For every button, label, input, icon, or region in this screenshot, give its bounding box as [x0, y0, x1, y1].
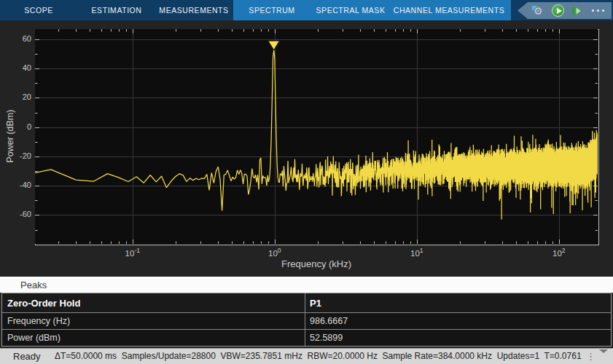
status-stats-text: ΔT=50.0000 ms Samples/Update=28800 VBW=2…	[55, 349, 582, 364]
play-button[interactable]	[552, 4, 564, 17]
y-tick-label: -60	[0, 210, 31, 219]
peaks-table: Zero-Order Hold P1 Frequency (Hz) 986.66…	[1, 293, 612, 347]
x-tick-label: 100	[268, 247, 281, 258]
tab-measurements[interactable]: MEASUREMENTS	[159, 0, 228, 20]
peaks-table-row-frequency: Frequency (Hz) 986.6667	[2, 313, 611, 330]
status-ready-text: Ready	[13, 349, 41, 364]
x-axis-label: Frequency (kHz)	[281, 258, 351, 269]
tab-spectrum[interactable]: SPECTRUM	[249, 0, 294, 20]
peaks-panel-header[interactable]: Peaks	[0, 277, 613, 293]
dock-panel-icon[interactable]	[599, 353, 609, 364]
y-tick-label: 20	[0, 92, 31, 102]
tab-spectral-mask[interactable]: SPECTRAL MASK	[316, 0, 386, 20]
tab-scope[interactable]: SCOPE	[24, 0, 53, 20]
x-tick-label: 101	[410, 247, 423, 258]
playback-controls-panel: ⚙	[518, 2, 612, 19]
power-row-label: Power (dBm)	[2, 330, 305, 346]
frequency-row-value: 986.6667	[305, 313, 611, 329]
more-options-button[interactable]	[592, 9, 604, 12]
x-tick-label: 10-1	[125, 247, 140, 258]
tab-channel-measurements[interactable]: CHANNEL MEASUREMENTS	[394, 0, 504, 20]
toolstrip: SCOPE ESTIMATION MEASUREMENTS SPECTRUM S…	[0, 0, 613, 20]
status-menu-dots-icon[interactable]: ⋮	[586, 349, 596, 364]
y-axis-label: Power (dBm)	[5, 110, 15, 163]
run-settings-icon[interactable]: ⚙	[532, 4, 545, 17]
peaks-table-header-row: Zero-Order Hold P1	[2, 293, 611, 313]
status-bar: Ready ΔT=50.0000 ms Samples/Update=28800…	[0, 348, 613, 364]
frequency-row-label: Frequency (Hz)	[2, 313, 305, 329]
x-tick-label: 102	[553, 247, 566, 258]
spectrum-trace-canvas[interactable]	[35, 29, 598, 244]
peaks-table-row-power: Power (dBm) 52.5899	[2, 330, 611, 346]
step-forward-button[interactable]	[571, 5, 582, 17]
spectrum-analyzer-window: SCOPE ESTIMATION MEASUREMENTS SPECTRUM S…	[0, 0, 613, 364]
y-tick-label: 40	[0, 63, 31, 73]
peaks-table-header-p1: P1	[305, 293, 611, 312]
tab-estimation[interactable]: ESTIMATION	[92, 0, 142, 20]
y-tick-label: -40	[0, 181, 31, 190]
spectrum-figure: 6040200-20-40-60 10-1100101102 Frequency…	[0, 20, 613, 277]
peaks-panel-title: Peaks	[20, 280, 47, 290]
peaks-table-header-source: Zero-Order Hold	[2, 293, 305, 312]
power-row-value: 52.5899	[305, 330, 611, 346]
y-tick-label: 60	[0, 34, 31, 44]
